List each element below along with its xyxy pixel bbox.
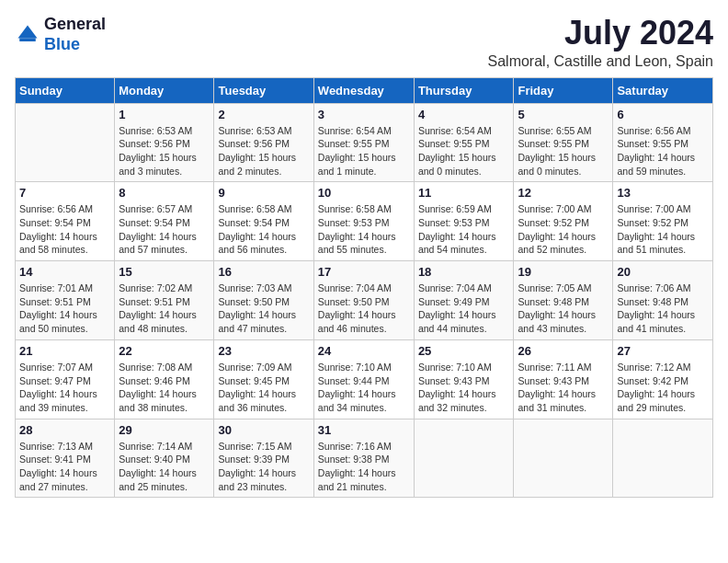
day-info: Sunrise: 7:05 AMSunset: 9:48 PMDaylight:… — [518, 282, 609, 336]
calendar-week-row: 28Sunrise: 7:13 AMSunset: 9:41 PMDayligh… — [16, 419, 713, 498]
calendar-cell: 17Sunrise: 7:04 AMSunset: 9:50 PMDayligh… — [313, 261, 414, 340]
day-number: 20 — [617, 265, 709, 279]
weekday-header: Thursday — [414, 77, 514, 103]
calendar-week-row: 7Sunrise: 6:56 AMSunset: 9:54 PMDaylight… — [16, 182, 713, 261]
calendar-cell: 24Sunrise: 7:10 AMSunset: 9:44 PMDayligh… — [313, 339, 414, 419]
calendar-cell: 11Sunrise: 6:59 AMSunset: 9:53 PMDayligh… — [414, 182, 514, 261]
calendar-cell: 20Sunrise: 7:06 AMSunset: 9:48 PMDayligh… — [613, 261, 713, 340]
day-info: Sunrise: 7:00 AMSunset: 9:52 PMDaylight:… — [518, 202, 609, 257]
calendar-cell — [613, 419, 713, 498]
calendar-cell: 1Sunrise: 6:53 AMSunset: 9:56 PMDaylight… — [115, 103, 214, 182]
calendar-cell: 5Sunrise: 6:55 AMSunset: 9:55 PMDaylight… — [514, 103, 613, 182]
calendar-cell: 30Sunrise: 7:15 AMSunset: 9:39 PMDayligh… — [214, 419, 313, 498]
calendar-cell — [514, 419, 613, 498]
day-info: Sunrise: 7:12 AMSunset: 9:42 PMDaylight:… — [617, 361, 709, 415]
calendar-week-row: 21Sunrise: 7:07 AMSunset: 9:47 PMDayligh… — [16, 339, 713, 419]
calendar-cell — [16, 103, 115, 182]
day-number: 15 — [119, 265, 210, 279]
weekday-header: Saturday — [613, 77, 713, 103]
day-number: 26 — [518, 344, 609, 358]
day-number: 22 — [119, 344, 210, 358]
day-number: 9 — [218, 186, 309, 200]
day-info: Sunrise: 7:16 AMSunset: 9:38 PMDaylight:… — [318, 440, 410, 494]
day-number: 27 — [617, 344, 709, 358]
day-number: 2 — [218, 108, 309, 121]
logo-blue-text: Blue — [44, 35, 106, 55]
calendar-table: SundayMondayTuesdayWednesdayThursdayFrid… — [15, 77, 713, 499]
logo-general-text: General — [44, 15, 106, 35]
day-info: Sunrise: 6:54 AMSunset: 9:55 PMDaylight:… — [418, 124, 510, 178]
day-number: 30 — [218, 423, 309, 437]
day-number: 6 — [617, 108, 709, 121]
month-title: July 2024 — [488, 15, 713, 52]
calendar-cell: 28Sunrise: 7:13 AMSunset: 9:41 PMDayligh… — [16, 419, 115, 498]
day-number: 17 — [318, 265, 410, 279]
calendar-cell: 2Sunrise: 6:53 AMSunset: 9:56 PMDaylight… — [214, 103, 313, 182]
svg-rect-1 — [19, 38, 36, 41]
calendar-cell: 16Sunrise: 7:03 AMSunset: 9:50 PMDayligh… — [214, 261, 313, 340]
calendar-cell: 8Sunrise: 6:57 AMSunset: 9:54 PMDaylight… — [115, 182, 214, 261]
weekday-header: Sunday — [16, 77, 115, 103]
day-info: Sunrise: 6:56 AMSunset: 9:54 PMDaylight:… — [19, 202, 110, 257]
day-info: Sunrise: 6:55 AMSunset: 9:55 PMDaylight:… — [518, 124, 609, 178]
day-number: 16 — [218, 265, 309, 279]
day-number: 28 — [19, 423, 110, 437]
day-number: 1 — [119, 108, 210, 121]
day-number: 4 — [418, 108, 510, 121]
day-number: 8 — [119, 186, 210, 200]
title-block: July 2024 Salmoral, Castille and Leon, S… — [488, 15, 713, 70]
day-info: Sunrise: 6:59 AMSunset: 9:53 PMDaylight:… — [418, 202, 510, 257]
day-info: Sunrise: 6:58 AMSunset: 9:53 PMDaylight:… — [318, 202, 410, 257]
logo-icon — [15, 22, 40, 48]
day-number: 23 — [218, 344, 309, 358]
calendar-cell: 31Sunrise: 7:16 AMSunset: 9:38 PMDayligh… — [313, 419, 414, 498]
day-number: 29 — [119, 423, 210, 437]
day-info: Sunrise: 7:10 AMSunset: 9:44 PMDaylight:… — [318, 361, 410, 415]
calendar-cell: 18Sunrise: 7:04 AMSunset: 9:49 PMDayligh… — [414, 261, 514, 340]
day-number: 21 — [19, 344, 110, 358]
calendar-cell: 6Sunrise: 6:56 AMSunset: 9:55 PMDaylight… — [613, 103, 713, 182]
day-number: 24 — [318, 344, 410, 358]
weekday-header-row: SundayMondayTuesdayWednesdayThursdayFrid… — [16, 77, 713, 103]
day-info: Sunrise: 7:06 AMSunset: 9:48 PMDaylight:… — [617, 282, 709, 336]
day-info: Sunrise: 7:15 AMSunset: 9:39 PMDaylight:… — [218, 440, 309, 494]
day-info: Sunrise: 7:03 AMSunset: 9:50 PMDaylight:… — [218, 282, 309, 336]
day-number: 14 — [19, 265, 110, 279]
calendar-cell: 10Sunrise: 6:58 AMSunset: 9:53 PMDayligh… — [313, 182, 414, 261]
calendar-cell: 7Sunrise: 6:56 AMSunset: 9:54 PMDaylight… — [16, 182, 115, 261]
day-info: Sunrise: 7:01 AMSunset: 9:51 PMDaylight:… — [19, 282, 110, 336]
day-info: Sunrise: 6:58 AMSunset: 9:54 PMDaylight:… — [218, 202, 309, 257]
day-info: Sunrise: 7:04 AMSunset: 9:50 PMDaylight:… — [318, 282, 410, 336]
day-info: Sunrise: 7:11 AMSunset: 9:43 PMDaylight:… — [518, 361, 609, 415]
calendar-cell: 3Sunrise: 6:54 AMSunset: 9:55 PMDaylight… — [313, 103, 414, 182]
calendar-cell: 27Sunrise: 7:12 AMSunset: 9:42 PMDayligh… — [613, 339, 713, 419]
calendar-cell — [414, 419, 514, 498]
day-number: 5 — [518, 108, 609, 121]
calendar-cell: 12Sunrise: 7:00 AMSunset: 9:52 PMDayligh… — [514, 182, 613, 261]
day-number: 13 — [617, 186, 709, 200]
weekday-header: Tuesday — [214, 77, 313, 103]
calendar-cell: 29Sunrise: 7:14 AMSunset: 9:40 PMDayligh… — [115, 419, 214, 498]
day-number: 12 — [518, 186, 609, 200]
svg-marker-0 — [18, 25, 38, 38]
day-info: Sunrise: 6:53 AMSunset: 9:56 PMDaylight:… — [218, 124, 309, 178]
day-info: Sunrise: 7:14 AMSunset: 9:40 PMDaylight:… — [119, 440, 210, 494]
day-info: Sunrise: 7:00 AMSunset: 9:52 PMDaylight:… — [617, 202, 709, 257]
day-info: Sunrise: 6:53 AMSunset: 9:56 PMDaylight:… — [119, 124, 210, 178]
calendar-week-row: 1Sunrise: 6:53 AMSunset: 9:56 PMDaylight… — [16, 103, 713, 182]
weekday-header: Friday — [514, 77, 613, 103]
day-number: 3 — [318, 108, 410, 121]
calendar-cell: 25Sunrise: 7:10 AMSunset: 9:43 PMDayligh… — [414, 339, 514, 419]
calendar-cell: 26Sunrise: 7:11 AMSunset: 9:43 PMDayligh… — [514, 339, 613, 419]
location-title: Salmoral, Castille and Leon, Spain — [488, 53, 713, 70]
day-info: Sunrise: 7:02 AMSunset: 9:51 PMDaylight:… — [119, 282, 210, 336]
calendar-cell: 21Sunrise: 7:07 AMSunset: 9:47 PMDayligh… — [16, 339, 115, 419]
day-number: 18 — [418, 265, 510, 279]
day-number: 19 — [518, 265, 609, 279]
calendar-cell: 4Sunrise: 6:54 AMSunset: 9:55 PMDaylight… — [414, 103, 514, 182]
weekday-header: Monday — [115, 77, 214, 103]
day-info: Sunrise: 7:08 AMSunset: 9:46 PMDaylight:… — [119, 361, 210, 415]
day-info: Sunrise: 6:54 AMSunset: 9:55 PMDaylight:… — [318, 124, 410, 178]
day-info: Sunrise: 7:13 AMSunset: 9:41 PMDaylight:… — [19, 440, 110, 494]
day-number: 25 — [418, 344, 510, 358]
